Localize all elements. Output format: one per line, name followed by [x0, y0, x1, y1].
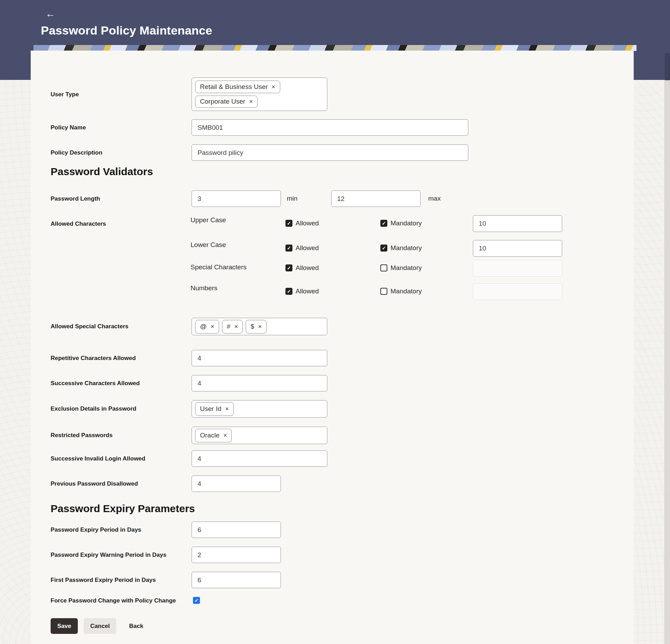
- char-type-label: Special Characters: [191, 263, 247, 271]
- allowed-checkbox-label: Allowed: [296, 264, 319, 272]
- successive-characters-label: Successive Characters Allowed: [51, 380, 140, 387]
- expiry-period-input[interactable]: [192, 522, 281, 538]
- tag-label: @: [200, 323, 207, 330]
- warning-period-label: Password Expiry Warning Period in Days: [51, 552, 166, 559]
- check-icon: ✓: [382, 221, 386, 226]
- check-icon: ✓: [287, 221, 291, 226]
- password-length-label: Password Length: [51, 195, 100, 202]
- mandatory-checkbox[interactable]: ✓: [380, 220, 387, 227]
- force-password-change-checkbox[interactable]: ✓: [193, 597, 200, 604]
- password-expiry-heading: Password Expiry Parameters: [51, 503, 195, 515]
- allowed-checkbox[interactable]: ✓: [285, 264, 292, 271]
- page-title: Password Policy Maintenance: [41, 24, 212, 37]
- successive-invalid-login-input[interactable]: [192, 450, 327, 467]
- mandatory-checkbox-label: Mandatory: [390, 244, 422, 252]
- allowed-checkbox-label: Allowed: [296, 287, 319, 295]
- remove-tag-icon[interactable]: ×: [210, 323, 214, 330]
- back-button[interactable]: Back: [129, 623, 143, 630]
- min-label: min: [287, 195, 298, 202]
- max-label: max: [428, 195, 441, 202]
- exclusion-tag: User Id ×: [195, 402, 234, 416]
- user-type-tag: Corporate User ×: [195, 96, 258, 108]
- policy-description-input[interactable]: [192, 144, 468, 161]
- first-expiry-period-label: First Password Expiry Period in Days: [51, 577, 156, 584]
- special-char-tag: # ×: [222, 320, 243, 334]
- mandatory-checkbox-label: Mandatory: [390, 287, 422, 295]
- policy-name-label: Policy Name: [51, 124, 86, 131]
- special-char-tag: $ ×: [246, 320, 267, 334]
- tag-label: $: [251, 323, 254, 330]
- previous-password-disallowed-input[interactable]: [192, 475, 281, 492]
- exclusion-details-tag-input[interactable]: User Id ×: [192, 400, 327, 418]
- allowed-checkbox[interactable]: ✓: [285, 245, 292, 252]
- allowed-characters-row-lower-case: Lower Case ✓ Allowed ✓ Mandatory: [191, 240, 564, 257]
- save-button[interactable]: Save: [51, 618, 78, 634]
- mandatory-checkbox[interactable]: ✓: [380, 288, 387, 295]
- tag-label: Corporate User: [200, 98, 245, 105]
- check-icon: ✓: [287, 265, 291, 270]
- char-count-input[interactable]: [473, 240, 562, 257]
- restricted-passwords-label: Restricted Passwords: [51, 432, 113, 439]
- password-length-min-input[interactable]: [192, 190, 281, 207]
- scrollbar-thumb[interactable]: [665, 53, 670, 80]
- allowed-special-characters-label: Allowed Special Characters: [51, 323, 128, 330]
- char-type-label: Lower Case: [191, 241, 226, 249]
- check-icon: ✓: [382, 246, 386, 250]
- char-count-input[interactable]: [473, 260, 562, 277]
- exclusion-details-label: Exclusion Details in Password: [51, 405, 136, 412]
- special-characters-tag-input[interactable]: @ × # × $ ×: [192, 318, 327, 335]
- password-length-max-input[interactable]: [331, 190, 420, 207]
- mandatory-checkbox-label: Mandatory: [390, 219, 422, 227]
- allowed-checkbox[interactable]: ✓: [285, 220, 292, 227]
- char-count-input[interactable]: [473, 283, 562, 300]
- restricted-password-tag: Oracle ×: [195, 429, 232, 442]
- allowed-characters-row-upper-case: Upper Case ✓ Allowed ✓ Mandatory: [191, 215, 564, 232]
- successive-characters-input[interactable]: [192, 375, 327, 391]
- remove-tag-icon[interactable]: ×: [271, 84, 275, 90]
- policy-description-label: Policy Description: [51, 149, 102, 156]
- previous-password-disallowed-label: Previous Password Disallowed: [51, 480, 138, 487]
- remove-tag-icon[interactable]: ×: [234, 323, 238, 330]
- char-type-label: Numbers: [191, 284, 217, 292]
- tag-label: User Id: [200, 405, 221, 413]
- first-expiry-period-input[interactable]: [192, 572, 281, 588]
- force-password-change-label: Force Password Change with Policy Change: [51, 597, 176, 604]
- user-type-label: User Type: [51, 91, 79, 98]
- remove-tag-icon[interactable]: ×: [249, 98, 253, 105]
- mandatory-checkbox[interactable]: ✓: [380, 245, 387, 252]
- repetitive-characters-input[interactable]: [192, 350, 327, 366]
- warning-period-input[interactable]: [192, 547, 281, 563]
- policy-name-input[interactable]: [192, 119, 468, 136]
- allowed-characters-row-numbers: Numbers ✓ Allowed ✓ Mandatory: [191, 283, 564, 300]
- remove-tag-icon[interactable]: ×: [223, 432, 227, 439]
- decorative-banner: [34, 45, 636, 51]
- page: ← Password Policy Maintenance User Type …: [0, 0, 670, 644]
- check-icon: ✓: [194, 598, 199, 603]
- tag-label: #: [227, 323, 231, 330]
- allowed-checkbox-label: Allowed: [296, 244, 319, 252]
- user-type-tag-input[interactable]: Retail & Business User × Corporate User …: [192, 77, 327, 111]
- char-type-label: Upper Case: [191, 216, 226, 224]
- successive-invalid-login-label: Successive Invalid Login Allowed: [51, 455, 145, 462]
- special-char-tag: @ ×: [195, 320, 219, 334]
- allowed-checkbox-label: Allowed: [296, 219, 319, 227]
- allowed-characters-row-special: Special Characters ✓ Allowed ✓ Mandatory: [191, 260, 564, 277]
- allowed-characters-label: Allowed Characters: [51, 220, 106, 227]
- remove-tag-icon[interactable]: ×: [225, 406, 229, 412]
- back-arrow-icon[interactable]: ←: [45, 9, 55, 19]
- allowed-checkbox[interactable]: ✓: [285, 288, 292, 295]
- password-validators-heading: Password Validators: [51, 166, 153, 178]
- scrollbar-track[interactable]: [664, 80, 670, 644]
- user-type-tag: Retail & Business User ×: [195, 81, 280, 93]
- restricted-passwords-tag-input[interactable]: Oracle ×: [192, 427, 327, 444]
- remove-tag-icon[interactable]: ×: [258, 323, 262, 330]
- repetitive-characters-label: Repetitive Characters Allowed: [51, 355, 136, 362]
- char-count-input[interactable]: [473, 215, 562, 232]
- check-icon: ✓: [287, 289, 291, 294]
- expiry-period-label: Password Expiry Period in Days: [51, 526, 141, 533]
- check-icon: ✓: [287, 246, 291, 250]
- tag-label: Retail & Business User: [200, 83, 268, 91]
- cancel-button[interactable]: Cancel: [84, 618, 116, 634]
- mandatory-checkbox[interactable]: ✓: [380, 264, 387, 271]
- tag-label: Oracle: [200, 432, 219, 439]
